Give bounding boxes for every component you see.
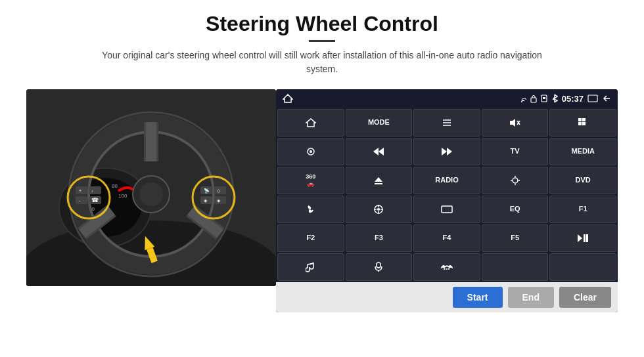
svg-rect-53 xyxy=(578,118,582,121)
btn-settings[interactable] xyxy=(277,138,344,165)
svg-marker-46 xyxy=(306,119,315,127)
svg-point-19 xyxy=(139,182,163,206)
btn-r6c4 xyxy=(482,253,549,281)
svg-marker-61 xyxy=(442,148,447,156)
lock-icon xyxy=(530,94,537,103)
svg-rect-23 xyxy=(76,196,87,204)
svg-text:☎: ☎ xyxy=(91,197,99,203)
page-title: Steering Wheel Control xyxy=(92,12,552,36)
back-icon xyxy=(602,94,611,102)
clear-button[interactable]: Clear xyxy=(559,287,611,308)
btn-playpause[interactable] xyxy=(549,224,616,252)
screen-icon xyxy=(587,94,598,102)
status-bar: 05:37 xyxy=(276,89,618,108)
btn-media[interactable]: MEDIA xyxy=(549,138,616,165)
end-button[interactable]: End xyxy=(508,287,554,308)
svg-rect-64 xyxy=(375,183,382,184)
btn-f1[interactable]: F1 xyxy=(549,196,616,223)
sim-icon xyxy=(541,94,547,102)
btn-eject[interactable] xyxy=(346,167,413,194)
svg-rect-42 xyxy=(531,98,536,102)
status-time: 05:37 xyxy=(562,94,584,104)
btn-eq[interactable]: EQ xyxy=(482,196,549,223)
svg-rect-36 xyxy=(214,196,226,204)
status-bar-right: 05:37 xyxy=(517,94,611,104)
svg-rect-76 xyxy=(442,206,452,213)
svg-rect-54 xyxy=(582,118,586,121)
btn-list[interactable] xyxy=(413,109,480,136)
svg-rect-56 xyxy=(582,122,586,125)
svg-text:♪: ♪ xyxy=(91,189,93,193)
svg-text:80: 80 xyxy=(112,183,118,189)
btn-tv[interactable]: TV xyxy=(482,138,549,165)
btn-f3[interactable]: F3 xyxy=(346,224,413,252)
svg-rect-79 xyxy=(586,234,588,242)
svg-line-80 xyxy=(310,263,313,264)
status-bar-left xyxy=(283,94,293,103)
svg-marker-40 xyxy=(283,94,292,102)
btn-prev[interactable] xyxy=(346,138,413,165)
bluetooth-icon xyxy=(551,94,558,103)
svg-rect-45 xyxy=(588,95,597,102)
btn-radio[interactable]: RADIO xyxy=(413,167,480,194)
svg-point-71 xyxy=(377,208,380,211)
btn-next[interactable] xyxy=(413,138,480,165)
home-icon xyxy=(283,94,293,103)
svg-marker-59 xyxy=(379,148,384,156)
btn-home[interactable] xyxy=(277,109,344,136)
start-button[interactable]: Start xyxy=(453,287,503,308)
svg-rect-55 xyxy=(578,122,582,125)
btn-f5[interactable]: F5 xyxy=(482,224,549,252)
svg-marker-60 xyxy=(373,148,379,156)
title-divider xyxy=(309,40,335,42)
svg-marker-77 xyxy=(578,234,582,242)
page-subtitle: Your original car's steering wheel contr… xyxy=(92,49,552,76)
btn-360[interactable]: 360🚗 xyxy=(277,167,344,194)
btn-gps[interactable] xyxy=(346,196,413,223)
btn-apps[interactable] xyxy=(549,109,616,136)
button-grid: MODE xyxy=(276,108,618,282)
svg-text:+: + xyxy=(79,188,81,193)
btn-mute[interactable] xyxy=(482,109,549,136)
btn-f2[interactable]: F2 xyxy=(277,224,344,252)
svg-marker-62 xyxy=(447,148,452,156)
btn-brightness[interactable] xyxy=(482,167,549,194)
btn-f4[interactable]: F4 xyxy=(413,224,480,252)
btn-r6c5 xyxy=(549,253,616,281)
svg-marker-63 xyxy=(375,177,382,182)
btn-hangup[interactable] xyxy=(413,253,480,281)
title-section: Steering Wheel Control Your original car… xyxy=(92,12,552,85)
control-panel: 05:37 MODE xyxy=(276,89,618,312)
page-wrapper: Steering Wheel Control Your original car… xyxy=(0,0,644,357)
svg-rect-78 xyxy=(584,234,586,242)
svg-point-65 xyxy=(513,178,518,183)
svg-rect-44 xyxy=(543,97,545,99)
btn-phone[interactable] xyxy=(277,196,344,223)
btn-dvd[interactable]: DVD xyxy=(549,167,616,194)
svg-rect-81 xyxy=(377,262,380,268)
content-area: 60 80 100 40 xyxy=(26,89,618,312)
bottom-bar: Start End Clear xyxy=(276,282,618,312)
svg-text:📡: 📡 xyxy=(204,188,210,194)
svg-point-41 xyxy=(521,101,522,102)
wifi-icon xyxy=(517,95,526,102)
svg-text:100: 100 xyxy=(118,193,127,199)
steering-wheel-image: 60 80 100 40 xyxy=(26,89,276,286)
btn-display[interactable] xyxy=(413,196,480,223)
svg-rect-34 xyxy=(214,186,226,194)
btn-mode[interactable]: MODE xyxy=(346,109,413,136)
btn-mic[interactable] xyxy=(346,253,413,281)
svg-marker-50 xyxy=(510,119,515,127)
svg-point-58 xyxy=(310,150,312,153)
btn-music[interactable] xyxy=(277,253,344,281)
